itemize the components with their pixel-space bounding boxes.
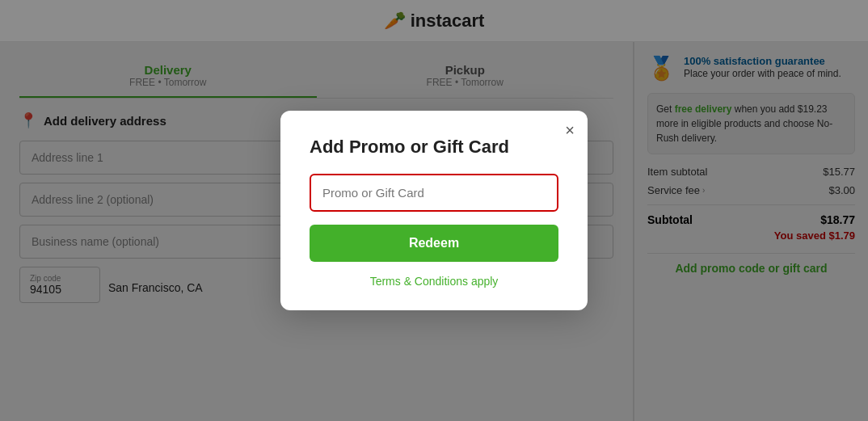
modal-title: Add Promo or Gift Card [310, 137, 558, 158]
modal-close-button[interactable]: × [565, 122, 575, 138]
promo-modal: × Add Promo or Gift Card Redeem Terms & … [280, 111, 588, 310]
terms-link[interactable]: Terms & Conditions apply [310, 275, 558, 288]
promo-input[interactable] [310, 174, 558, 212]
redeem-button[interactable]: Redeem [310, 225, 558, 262]
modal-overlay: × Add Promo or Gift Card Redeem Terms & … [0, 0, 868, 421]
